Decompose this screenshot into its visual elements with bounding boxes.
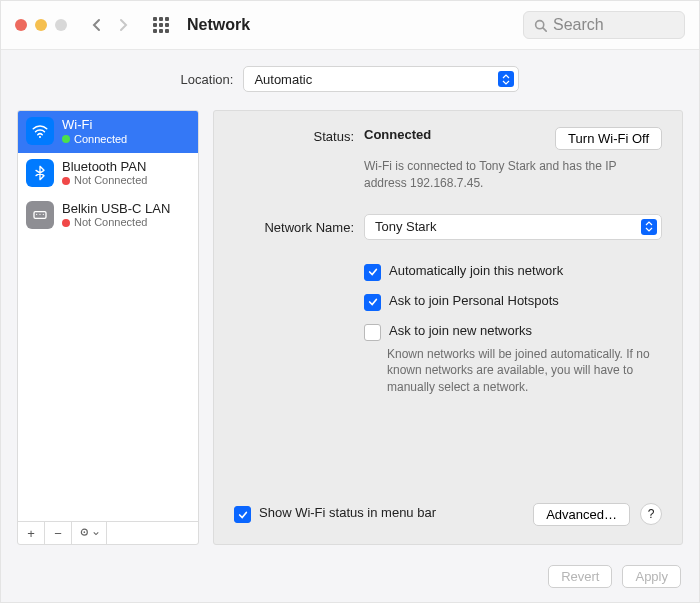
popup-arrows-icon: [498, 71, 514, 87]
network-name-value: Tony Stark: [375, 219, 436, 234]
service-name: Wi-Fi: [62, 117, 127, 133]
service-toolbar: + −: [18, 521, 198, 544]
auto-join-label: Automatically join this network: [389, 263, 563, 278]
status-dot-icon: [62, 177, 70, 185]
toggle-wifi-button[interactable]: Turn Wi-Fi Off: [555, 127, 662, 150]
revert-button[interactable]: Revert: [548, 565, 612, 588]
close-button[interactable]: [15, 19, 27, 31]
window-controls: [15, 19, 67, 31]
minimize-button[interactable]: [35, 19, 47, 31]
location-popup[interactable]: Automatic: [243, 66, 519, 92]
wifi-icon: [26, 117, 54, 145]
service-name: Bluetooth PAN: [62, 159, 147, 175]
titlebar: Network Search: [1, 1, 699, 50]
footer: Revert Apply: [1, 555, 699, 602]
bluetooth-icon: [26, 159, 54, 187]
forward-button[interactable]: [111, 13, 135, 37]
status-note: Wi-Fi is connected to Tony Stark and has…: [364, 158, 662, 192]
window-title: Network: [187, 16, 250, 34]
apply-button[interactable]: Apply: [622, 565, 681, 588]
location-label: Location:: [181, 72, 234, 87]
location-row: Location: Automatic: [1, 50, 699, 110]
location-value: Automatic: [254, 72, 312, 87]
advanced-button[interactable]: Advanced…: [533, 503, 630, 526]
ask-new-checkbox[interactable]: Ask to join new networks: [364, 323, 662, 341]
show-menubar-checkbox[interactable]: Show Wi-Fi status in menu bar: [234, 505, 436, 523]
service-name: Belkin USB-C LAN: [62, 201, 170, 217]
add-service-button[interactable]: +: [18, 522, 45, 544]
popup-arrows-icon: [641, 219, 657, 235]
sidebar-item-wifi[interactable]: Wi-Fi Connected: [18, 111, 198, 153]
service-status: Connected: [74, 133, 127, 146]
search-placeholder: Search: [553, 16, 604, 34]
service-status: Not Connected: [74, 216, 147, 229]
status-dot-icon: [62, 135, 70, 143]
toolbar-spacer: [107, 522, 198, 544]
service-status: Not Connected: [74, 174, 147, 187]
service-actions-button[interactable]: [72, 522, 107, 544]
status-value: Connected: [364, 127, 431, 142]
network-name-popup[interactable]: Tony Stark: [364, 214, 662, 240]
svg-point-5: [83, 531, 85, 533]
network-name-label: Network Name:: [234, 218, 354, 235]
nav-arrows: [85, 13, 135, 37]
sidebar-item-ethernet[interactable]: Belkin USB-C LAN Not Connected: [18, 195, 198, 237]
ask-new-label: Ask to join new networks: [389, 323, 532, 338]
back-button[interactable]: [85, 13, 109, 37]
service-list: Wi-Fi Connected Bluetooth PAN Not Connec…: [17, 110, 199, 545]
all-prefs-icon[interactable]: [153, 17, 169, 33]
sidebar-item-bluetooth[interactable]: Bluetooth PAN Not Connected: [18, 153, 198, 195]
ask-hotspot-checkbox[interactable]: Ask to join Personal Hotspots: [364, 293, 662, 311]
detail-panel: Status: Connected Turn Wi-Fi Off Wi-Fi i…: [213, 110, 683, 545]
ethernet-icon: [26, 201, 54, 229]
show-menubar-label: Show Wi-Fi status in menu bar: [259, 505, 436, 520]
search-icon: [534, 19, 547, 32]
auto-join-checkbox[interactable]: Automatically join this network: [364, 263, 662, 281]
help-button[interactable]: ?: [640, 503, 662, 525]
svg-point-2: [39, 136, 41, 138]
ask-new-note: Known networks will be joined automatica…: [387, 346, 657, 396]
search-field[interactable]: Search: [523, 11, 685, 39]
ask-hotspot-label: Ask to join Personal Hotspots: [389, 293, 559, 308]
status-label: Status:: [234, 127, 354, 150]
svg-line-1: [543, 27, 546, 30]
status-dot-icon: [62, 219, 70, 227]
remove-service-button[interactable]: −: [45, 522, 72, 544]
zoom-button[interactable]: [55, 19, 67, 31]
